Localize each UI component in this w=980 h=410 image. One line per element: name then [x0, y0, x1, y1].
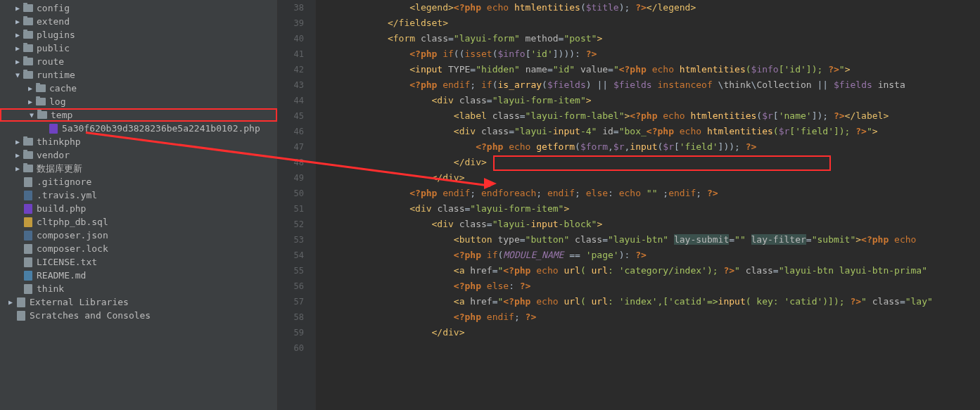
chevron-right-icon: ▶	[13, 31, 23, 39]
line-number: 54	[278, 248, 315, 263]
code-line[interactable]: <div class="layui-form-item">	[316, 93, 980, 108]
tree-label: External Libraries	[30, 297, 129, 307]
tree-folder[interactable]: ▶log	[0, 95, 277, 108]
tree-folder-highlighted[interactable]: ▼temp	[0, 108, 277, 122]
tree-scratches[interactable]: ·Scratches and Consoles	[0, 309, 277, 322]
folder-icon	[23, 150, 34, 160]
tree-file[interactable]: ·cltphp_db.sql	[0, 215, 277, 229]
tree-label: log	[49, 96, 65, 107]
tree-folder[interactable]: ▶config	[0, 1, 277, 15]
folder-icon	[23, 70, 34, 80]
code-line[interactable]: <?php endif; if(is_array($fields) || $fi…	[316, 77, 980, 93]
folder-icon	[23, 4, 34, 13]
line-number: 45	[278, 108, 315, 124]
tree-file[interactable]: ·composer.json	[0, 229, 277, 242]
code-line[interactable]: <?php if((isset($info['id']))): ?>	[316, 46, 980, 62]
code-line[interactable]: <label class="layui-form-label"><?php ec…	[316, 108, 980, 124]
tree-file[interactable]: ·5a30f620b39d3828236be5a2241b0102.php	[0, 122, 277, 135]
code-line[interactable]: </fieldset>	[316, 15, 980, 31]
code-editor[interactable]: 38 39 40 41 42 43 44 45 46 47 48 49 50 5…	[278, 0, 980, 410]
tree-external-libraries[interactable]: ▶External Libraries	[0, 295, 277, 309]
tree-label: 数据库更新	[37, 162, 82, 175]
tree-folder[interactable]: ▶public	[0, 41, 277, 55]
code-line[interactable]: <?php endif; ?>	[316, 309, 980, 325]
yml-file-icon	[23, 191, 34, 200]
code-line[interactable]: <form class="layui-form" method="post">	[316, 31, 980, 46]
line-number: 60	[278, 340, 315, 356]
chevron-right-icon: ▶	[6, 298, 15, 306]
tree-label: config	[37, 3, 70, 13]
code-line[interactable]: <?php else: ?>	[316, 278, 980, 294]
tree-file[interactable]: ·LICENSE.txt	[0, 255, 277, 269]
txt-file-icon	[23, 257, 34, 267]
code-line[interactable]: <button type="button" class="layui-btn" …	[316, 232, 980, 248]
folder-icon	[35, 84, 46, 94]
chevron-right-icon: ▶	[13, 138, 23, 146]
line-number: 52	[278, 217, 315, 232]
file-icon	[23, 284, 34, 294]
tree-label: think	[37, 283, 64, 294]
code-line[interactable]: <?php if(MODULE_NAME == 'page'): ?>	[316, 248, 980, 263]
tree-file[interactable]: ·.gitignore	[0, 175, 277, 188]
tree-file[interactable]: ·README.md	[0, 269, 277, 282]
line-number: 49	[278, 170, 315, 186]
chevron-right-icon: ▶	[13, 4, 23, 12]
line-number: 46	[278, 124, 315, 139]
chevron-right-icon: ▶	[13, 165, 23, 172]
line-number: 43	[278, 77, 315, 93]
line-number: 39	[278, 15, 315, 31]
tree-file[interactable]: ·.travis.yml	[0, 188, 277, 202]
tree-folder[interactable]: ▶thinkphp	[0, 135, 277, 148]
code-line[interactable]: <div class="layui-form-item">	[316, 201, 980, 217]
chevron-right-icon: ▶	[13, 58, 23, 65]
tree-folder[interactable]: ▶cache	[0, 82, 277, 95]
code-line[interactable]: <div class="layui-input-4" id="box_<?php…	[316, 124, 980, 139]
code-line[interactable]: </div>	[316, 155, 980, 170]
php-file-icon	[48, 124, 59, 134]
tree-folder[interactable]: ▶extend	[0, 15, 277, 28]
line-number: 42	[278, 62, 315, 77]
tree-folder[interactable]: ▶route	[0, 55, 277, 68]
code-content[interactable]: <legend><?php echo htmlentities($title);…	[316, 0, 980, 410]
tree-label: vendor	[37, 150, 70, 160]
chevron-down-icon: ▼	[27, 111, 37, 119]
folder-icon	[23, 137, 34, 147]
project-tree-panel: ▶config ▶extend ▶plugins ▶public ▶route …	[0, 0, 278, 410]
php-file-icon	[23, 204, 34, 214]
code-line[interactable]: <a href="<?php echo url( url: 'index',['…	[316, 294, 980, 309]
tree-file[interactable]: ·composer.lock	[0, 242, 277, 255]
tree-label: .travis.yml	[37, 190, 97, 200]
code-line[interactable]: </div>	[316, 325, 980, 340]
line-number: 57	[278, 294, 315, 309]
tree-folder[interactable]: ▼runtime	[0, 68, 277, 82]
chevron-right-icon: ▶	[25, 84, 35, 92]
folder-icon	[35, 97, 46, 107]
project-tree: ▶config ▶extend ▶plugins ▶public ▶route …	[0, 0, 277, 322]
file-icon	[23, 244, 34, 254]
folder-icon	[23, 164, 34, 174]
code-line[interactable]: <input TYPE="hidden" name="id" value="<?…	[316, 62, 980, 77]
annotation-arrow-head	[484, 178, 497, 189]
code-line[interactable]: <legend><?php echo htmlentities($title);…	[316, 0, 980, 15]
tree-label: composer.lock	[37, 243, 108, 254]
code-line[interactable]: <?php endif; endforeach; endif; else: ec…	[316, 186, 980, 201]
tree-label: route	[37, 56, 64, 67]
file-icon	[23, 177, 34, 187]
tree-folder[interactable]: ▶数据库更新	[0, 162, 277, 175]
line-number: 40	[278, 31, 315, 46]
code-line[interactable]: <a href="<?php echo url( url: 'category/…	[316, 263, 980, 278]
md-file-icon	[23, 271, 34, 281]
tree-file[interactable]: ·build.php	[0, 202, 277, 215]
tree-folder[interactable]: ▶vendor	[0, 148, 277, 162]
tree-file[interactable]: ·think	[0, 282, 277, 295]
tree-label: .gitignore	[37, 177, 91, 187]
code-line[interactable]: </div>	[316, 170, 980, 186]
code-line[interactable]: <div class="layui-input-block">	[316, 217, 980, 232]
line-number: 58	[278, 309, 315, 325]
tree-folder[interactable]: ▶plugins	[0, 28, 277, 41]
code-line[interactable]: <?php echo getform($form,$r,input($r['fi…	[316, 139, 980, 155]
line-number: 41	[278, 46, 315, 62]
line-number-gutter: 38 39 40 41 42 43 44 45 46 47 48 49 50 5…	[278, 0, 316, 410]
folder-icon	[37, 110, 48, 120]
tree-label: cltphp_db.sql	[37, 217, 108, 227]
